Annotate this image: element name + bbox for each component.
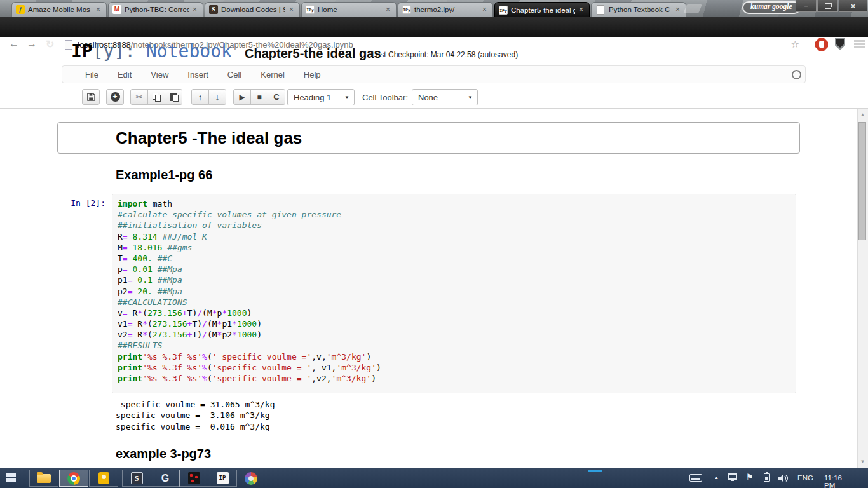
code-line: import math (118, 199, 790, 210)
browser-tab[interactable]: IPyChapter5-the ideal g× (494, 2, 590, 17)
scrollbar-up-icon[interactable]: ▲ (858, 112, 867, 118)
adblock-extension-icon[interactable] (815, 38, 828, 51)
code-line: print'%s %.3f %s'%('specific voulme = ',… (118, 374, 790, 384)
chevron-down-icon: ▼ (344, 95, 349, 100)
notebook-title[interactable]: Chapter5-the ideal gas (245, 46, 381, 61)
menu-insert[interactable]: Insert (178, 70, 218, 79)
toolbar-group-save (82, 89, 100, 105)
cut-button[interactable]: ✂ (130, 89, 148, 105)
example1-heading[interactable]: Example1-pg 66 (116, 168, 212, 182)
menu-cell[interactable]: Cell (218, 70, 251, 79)
code-line: ##RESULTS (118, 341, 790, 351)
ipython-logo[interactable]: IP[y]: Notebook (71, 41, 232, 62)
minimize-button[interactable]: – (796, 0, 817, 12)
browser-tab[interactable]: IPyHome× (301, 2, 397, 17)
chrome-menu-icon[interactable] (854, 40, 865, 50)
s-app-icon: S (131, 472, 143, 484)
browser-tab[interactable]: SDownload Codes | S× (205, 2, 300, 17)
tab-close-icon[interactable]: × (94, 6, 102, 14)
next-cell-edge (112, 466, 796, 466)
tab-close-icon[interactable]: × (191, 6, 199, 14)
cell-toolbar-label: Cell Toolbar: (362, 93, 408, 102)
code-cell-input[interactable]: import math#calculate specific volumes a… (112, 194, 796, 393)
add-cell-button[interactable]: + (106, 89, 124, 105)
toolbar-group-move: ↑ ↓ (191, 89, 226, 105)
menu-view[interactable]: View (141, 70, 178, 79)
browser-tab[interactable]: Python Textbook C× (591, 2, 686, 17)
profile-badge[interactable]: kumar google (742, 1, 801, 14)
start-button[interactable] (6, 473, 17, 484)
browser-tab[interactable]: MPython-TBC: Correc× (108, 2, 203, 17)
output-line: specific voulme = 0.016 m^3/kg (116, 422, 275, 433)
code-line: R= 8.314 ##J/mol K (118, 232, 790, 243)
move-cell-down-button[interactable]: ↓ (208, 89, 226, 105)
menu-kernel[interactable]: Kernel (251, 70, 294, 79)
tab-title: Home (318, 6, 382, 13)
tray-expand-icon[interactable]: ▲ (714, 475, 719, 480)
back-icon[interactable]: ← (9, 38, 19, 50)
tab-close-icon[interactable]: × (480, 6, 489, 14)
clock[interactable]: 11:16 PM (824, 474, 842, 488)
taskbar-s-app[interactable]: S (122, 470, 151, 487)
tab-close-icon[interactable]: × (384, 6, 392, 14)
cell-toolbar-select[interactable]: None ▼ (412, 89, 478, 105)
save-button[interactable] (82, 89, 100, 105)
taskbar-red-app[interactable] (179, 470, 208, 487)
new-tab-button[interactable] (683, 4, 702, 13)
tab-close-icon[interactable]: × (287, 6, 295, 14)
reload-icon[interactable]: ↻ (46, 38, 54, 50)
menu-edit[interactable]: Edit (108, 70, 141, 79)
taskbar-g-app[interactable]: G (151, 470, 180, 487)
copy-button[interactable] (147, 89, 165, 105)
move-cell-up-button[interactable]: ↑ (191, 89, 209, 105)
battery-icon[interactable] (764, 473, 770, 482)
tab-close-icon[interactable]: × (674, 6, 682, 14)
scrollbar-down-icon[interactable]: ▼ (858, 459, 867, 464)
restore-icon (825, 3, 831, 9)
arrow-down-icon: ↓ (215, 93, 220, 101)
cell-type-select[interactable]: Heading 1 ▼ (287, 89, 355, 105)
paste-button[interactable] (165, 89, 182, 105)
checkpoint-status: Last Checkpoint: Mar 04 22:58 (autosaved… (372, 50, 518, 59)
code-line: v= R*(273.156+T)/(M*p*1000) (118, 308, 790, 319)
keyboard-icon[interactable] (689, 474, 702, 482)
interrupt-kernel-button[interactable]: ■ (250, 89, 268, 105)
chevron-down-icon: ▼ (468, 95, 473, 100)
toolbar-divider (0, 108, 868, 109)
window-controls: – × (795, 0, 867, 12)
language-indicator[interactable]: ENG (797, 474, 813, 482)
code-line: ##initialisation of variables (118, 220, 790, 231)
notebook-menubar: FileEditViewInsertCellKernelHelp (62, 65, 806, 83)
restore-button[interactable] (817, 0, 838, 12)
example3-heading[interactable]: example 3-pg73 (116, 447, 211, 461)
minimize-icon: – (804, 3, 808, 8)
save-icon (87, 93, 95, 101)
action-center-flag-icon[interactable]: ⚑ (746, 472, 754, 482)
restart-kernel-button[interactable]: C (268, 89, 285, 105)
taskbar-ipython-app[interactable]: IP (208, 470, 237, 487)
taskbar-yellow-app[interactable] (89, 470, 118, 487)
code-line: print'%s %.3f %s'%(' specific voulme =',… (118, 352, 790, 363)
taskbar-palette-app[interactable] (236, 470, 266, 487)
run-cell-button[interactable]: ▶ (233, 89, 251, 105)
menu-help[interactable]: Help (294, 70, 330, 79)
shield-extension-icon[interactable] (835, 38, 845, 50)
scrollbar-thumb[interactable] (858, 122, 866, 240)
browser-tab[interactable]: IPythermo2.ipy/× (398, 2, 493, 17)
bookmark-star-icon[interactable]: ☆ (791, 39, 799, 50)
code-line: p2= 20. ##Mpa (118, 287, 790, 297)
tab-close-icon[interactable]: × (577, 6, 585, 14)
taskbar-chrome[interactable] (59, 470, 88, 487)
browser-tab[interactable]: fAmaze Mobile Mos× (11, 2, 107, 17)
code-line: v2= R*(273.156+T)/(M*p2*1000) (118, 330, 790, 341)
network-icon[interactable] (728, 473, 737, 480)
volume-icon[interactable] (778, 473, 789, 485)
taskbar-file-explorer[interactable] (29, 470, 58, 487)
input-prompt: In [2]: (53, 198, 105, 208)
toolbar-group-edit: ✂ (130, 89, 182, 105)
output-area: specific voulme = 31.065 m^3/kgspecific … (116, 400, 275, 433)
chapter-heading[interactable]: Chapter5 -The ideal gas (116, 128, 302, 148)
menu-file[interactable]: File (76, 70, 108, 79)
close-button[interactable]: × (839, 0, 867, 12)
forward-icon[interactable]: → (27, 38, 37, 50)
